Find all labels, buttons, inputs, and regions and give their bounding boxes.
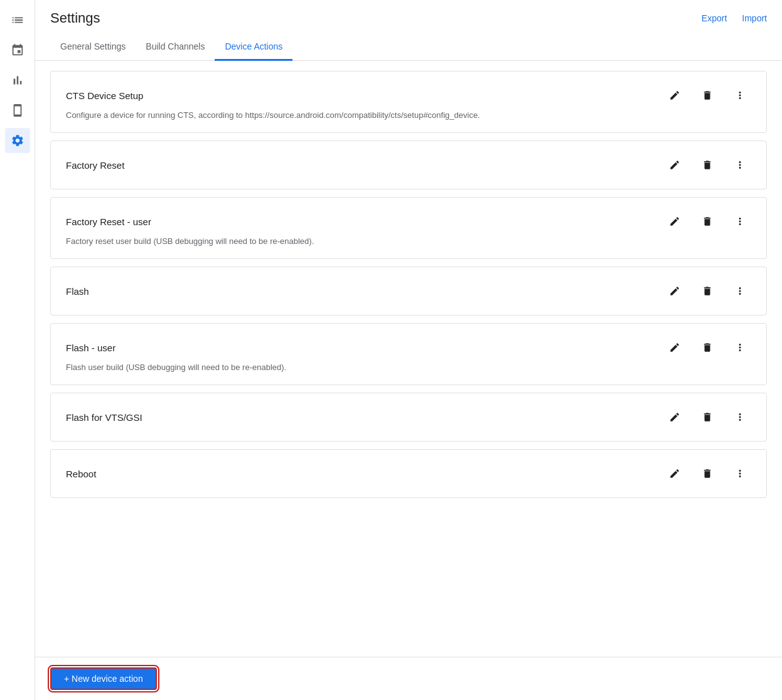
edit-button[interactable] [663, 154, 686, 176]
action-card-factory-reset: Factory Reset [50, 141, 767, 189]
action-card-header: Reboot [66, 462, 751, 485]
import-link[interactable]: Import [742, 13, 767, 23]
new-device-action-button[interactable]: + New device action [50, 667, 157, 690]
more-button[interactable] [729, 462, 751, 485]
delete-button[interactable] [696, 406, 719, 428]
delete-button[interactable] [696, 462, 719, 485]
tab-general-settings[interactable]: General Settings [50, 34, 136, 61]
content-area: CTS Device SetupConfigure a device for r… [35, 61, 782, 657]
edit-button[interactable] [663, 462, 686, 485]
action-card-flash: Flash [50, 267, 767, 316]
delete-button[interactable] [696, 84, 719, 107]
more-button[interactable] [729, 336, 751, 359]
action-controls [663, 336, 751, 359]
action-controls [663, 154, 751, 176]
more-button[interactable] [729, 154, 751, 176]
action-card-header: Flash for VTS/GSI [66, 406, 751, 428]
action-controls [663, 406, 751, 428]
tab-device-actions[interactable]: Device Actions [215, 34, 292, 61]
action-description: Factory reset user build (USB debugging … [66, 236, 751, 246]
sidebar-item-calendar[interactable] [5, 38, 30, 63]
action-title: Flash [66, 286, 89, 297]
action-card-header: Factory Reset [66, 154, 751, 176]
action-controls [663, 462, 751, 485]
action-description: Flash user build (USB debugging will nee… [66, 363, 751, 372]
header-actions: Export Import [702, 13, 767, 23]
more-button[interactable] [729, 280, 751, 302]
delete-button[interactable] [696, 336, 719, 359]
action-card-factory-reset-user: Factory Reset - userFactory reset user b… [50, 197, 767, 259]
action-card-header: Flash [66, 280, 751, 302]
action-title: Flash - user [66, 342, 115, 353]
edit-button[interactable] [663, 84, 686, 107]
tab-build-channels[interactable]: Build Channels [136, 34, 215, 61]
action-title: Factory Reset - user [66, 216, 151, 227]
action-card-header: Factory Reset - user [66, 210, 751, 233]
action-card-header: CTS Device Setup [66, 84, 751, 107]
action-title: Factory Reset [66, 160, 124, 171]
edit-button[interactable] [663, 336, 686, 359]
header: Settings Export Import [35, 0, 782, 26]
action-card-reboot: Reboot [50, 449, 767, 498]
edit-button[interactable] [663, 280, 686, 302]
edit-button[interactable] [663, 406, 686, 428]
sidebar-item-settings[interactable] [5, 128, 30, 153]
export-link[interactable]: Export [702, 13, 727, 23]
main-content: Settings Export Import General Settings … [35, 0, 782, 700]
delete-button[interactable] [696, 154, 719, 176]
delete-button[interactable] [696, 210, 719, 233]
action-card-header: Flash - user [66, 336, 751, 359]
action-controls [663, 280, 751, 302]
action-controls [663, 84, 751, 107]
device-icon [11, 103, 24, 117]
sidebar-item-chart[interactable] [5, 68, 30, 93]
footer: + New device action [35, 657, 782, 700]
action-controls [663, 210, 751, 233]
settings-icon [11, 134, 24, 147]
sidebar-item-device[interactable] [5, 98, 30, 123]
sidebar [0, 0, 35, 700]
action-card-cts-device-setup: CTS Device SetupConfigure a device for r… [50, 71, 767, 133]
action-description: Configure a device for running CTS, acco… [66, 110, 751, 120]
action-title: Reboot [66, 469, 96, 479]
page-title: Settings [50, 10, 100, 26]
list-icon [11, 13, 24, 27]
action-card-flash-vts-gsi: Flash for VTS/GSI [50, 393, 767, 442]
more-button[interactable] [729, 406, 751, 428]
sidebar-item-list[interactable] [5, 8, 30, 33]
tabs-container: General Settings Build Channels Device A… [35, 34, 782, 61]
edit-button[interactable] [663, 210, 686, 233]
chart-icon [11, 73, 24, 87]
action-title: CTS Device Setup [66, 90, 143, 101]
more-button[interactable] [729, 84, 751, 107]
calendar-icon [11, 43, 24, 57]
action-title: Flash for VTS/GSI [66, 412, 142, 423]
delete-button[interactable] [696, 280, 719, 302]
action-card-flash-user: Flash - userFlash user build (USB debugg… [50, 323, 767, 385]
more-button[interactable] [729, 210, 751, 233]
